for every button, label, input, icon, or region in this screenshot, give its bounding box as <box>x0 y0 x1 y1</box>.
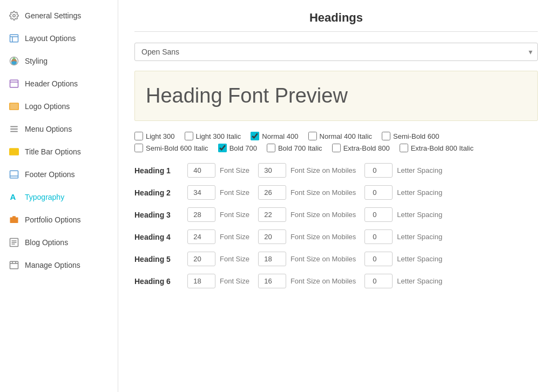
font-preview-box: Heading Font Preview <box>134 71 538 121</box>
heading-font-size-4[interactable] <box>187 229 215 244</box>
checkbox-light300[interactable]: Light 300 <box>134 132 175 140</box>
heading-letter-spacing-1[interactable] <box>364 163 393 178</box>
checkbox-semibold600italic[interactable]: Semi-Bold 600 Italic <box>134 144 208 152</box>
header-options-icon <box>9 78 19 89</box>
heading-font-size-2[interactable] <box>187 185 215 200</box>
checkbox-normal400[interactable]: Normal 400 <box>251 132 298 140</box>
heading-letter-spacing-6[interactable] <box>364 274 393 288</box>
portfolio-options-icon <box>9 214 19 225</box>
checkbox-input-bold700[interactable] <box>218 144 227 152</box>
checkbox-label-extrabold800: Extra-Bold 800 <box>343 144 390 152</box>
heading-letter-spacing-4[interactable] <box>364 229 393 244</box>
heading-font-size-5[interactable] <box>187 252 215 266</box>
checkbox-input-normal400[interactable] <box>251 132 259 140</box>
sidebar-item-manage-options[interactable]: Manage Options <box>0 254 118 276</box>
heading-font-size-1[interactable] <box>187 163 215 178</box>
checkbox-row-2: Semi-Bold 600 ItalicBold 700Bold 700 Ita… <box>134 144 538 152</box>
heading-mobile-size-2[interactable] <box>258 185 286 200</box>
heading-font-size-6[interactable] <box>187 274 215 288</box>
heading-letter-spacing-2[interactable] <box>364 185 393 200</box>
sidebar-item-typography[interactable]: ATypography <box>0 186 118 208</box>
heading-row-4: Heading 4Font SizeFont Size on MobilesLe… <box>134 229 538 244</box>
title-bar-options-icon <box>9 146 19 157</box>
mobile-size-label-2: Font Size on Mobiles <box>290 188 356 197</box>
sidebar-item-menu-options[interactable]: Menu Options <box>0 118 118 140</box>
sidebar-item-label-manage-options: Manage Options <box>25 261 80 269</box>
sidebar-item-portfolio-options[interactable]: Portfolio Options <box>0 208 118 231</box>
svg-rect-8 <box>10 104 18 110</box>
heading-letter-spacing-3[interactable] <box>364 207 393 222</box>
svg-rect-17 <box>12 216 16 218</box>
sidebar-item-footer-options[interactable]: Footer Options <box>0 163 118 186</box>
sidebar-item-label-footer-options: Footer Options <box>25 170 75 179</box>
sidebar-item-label-blog-options: Blog Options <box>25 238 68 247</box>
sidebar-item-label-header-options: Header Options <box>25 79 78 88</box>
checkbox-input-semibold600italic[interactable] <box>134 144 143 152</box>
mobile-size-label-6: Font Size on Mobiles <box>290 277 356 285</box>
checkbox-extrabold800[interactable]: Extra-Bold 800 <box>332 144 390 152</box>
sidebar-item-label-logo-options: Logo Options <box>25 102 70 111</box>
layout-options-icon <box>9 33 19 44</box>
manage-options-icon <box>9 260 19 271</box>
checkbox-normal400italic[interactable]: Normal 400 Italic <box>308 132 373 140</box>
checkbox-light300italic[interactable]: Light 300 Italic <box>185 132 241 140</box>
sidebar-item-label-portfolio-options: Portfolio Options <box>25 215 81 224</box>
footer-options-icon <box>9 169 19 180</box>
sidebar-item-styling[interactable]: Styling <box>0 50 118 72</box>
mobile-size-label-3: Font Size on Mobiles <box>290 211 356 219</box>
sidebar-item-label-layout-options: Layout Options <box>25 34 76 43</box>
headings-container: Heading 1Font SizeFont Size on MobilesLe… <box>134 163 538 288</box>
logo-options-icon <box>9 101 19 112</box>
sidebar-item-blog-options[interactable]: Blog Options <box>0 231 118 254</box>
checkbox-input-light300italic[interactable] <box>185 132 193 140</box>
checkbox-input-light300[interactable] <box>134 132 143 140</box>
sidebar-item-logo-options[interactable]: Logo Options <box>0 95 118 118</box>
heading-letter-spacing-5[interactable] <box>364 252 393 266</box>
svg-point-0 <box>13 15 16 17</box>
general-settings-icon <box>9 10 19 21</box>
checkbox-input-extrabold800[interactable] <box>332 144 341 152</box>
letter-spacing-label-2: Letter Spacing <box>397 188 442 197</box>
sidebar-item-label-title-bar-options: Title Bar Options <box>25 147 81 156</box>
sidebar-item-title-bar-options[interactable]: Title Bar Options <box>0 140 118 163</box>
svg-rect-5 <box>10 80 18 87</box>
heading-mobile-size-5[interactable] <box>258 252 286 266</box>
heading-mobile-size-4[interactable] <box>258 229 286 244</box>
sidebar-item-general-settings[interactable]: General Settings <box>0 4 118 27</box>
heading-font-size-3[interactable] <box>187 207 215 222</box>
font-size-label-5: Font Size <box>220 255 249 263</box>
checkbox-semibold600[interactable]: Semi-Bold 600 <box>382 132 439 140</box>
heading-label-4: Heading 4 <box>134 233 183 241</box>
sidebar-item-layout-options[interactable]: Layout Options <box>0 27 118 50</box>
font-select[interactable]: Open SansArialRobotoLatoMontserrat <box>134 43 538 61</box>
checkbox-extrabold800italic[interactable]: Extra-Bold 800 Italic <box>400 144 474 152</box>
heading-mobile-size-3[interactable] <box>258 207 286 222</box>
checkbox-input-bold700italic[interactable] <box>267 144 275 152</box>
checkbox-label-normal400italic: Normal 400 Italic <box>320 132 373 140</box>
font-size-label-3: Font Size <box>220 211 249 219</box>
letter-spacing-label-3: Letter Spacing <box>397 211 442 219</box>
sidebar-item-header-options[interactable]: Header Options <box>0 72 118 95</box>
letter-spacing-label-5: Letter Spacing <box>397 255 442 263</box>
svg-rect-22 <box>10 261 18 269</box>
checkbox-group: Light 300Light 300 ItalicNormal 400Norma… <box>134 132 538 152</box>
checkbox-input-semibold600[interactable] <box>382 132 390 140</box>
sidebar-item-label-styling: Styling <box>25 57 48 65</box>
font-preview-text: Heading Font Preview <box>146 84 526 107</box>
checkbox-input-normal400italic[interactable] <box>308 132 317 140</box>
sidebar: General SettingsLayout OptionsStylingHea… <box>0 0 118 392</box>
heading-mobile-size-1[interactable] <box>258 163 286 178</box>
checkbox-bold700[interactable]: Bold 700 <box>218 144 257 152</box>
font-size-label-2: Font Size <box>220 188 249 197</box>
checkbox-label-bold700italic: Bold 700 Italic <box>278 144 322 152</box>
heading-label-5: Heading 5 <box>134 255 183 263</box>
heading-mobile-size-6[interactable] <box>258 274 286 288</box>
mobile-size-label-5: Font Size on Mobiles <box>290 255 356 263</box>
checkbox-bold700italic[interactable]: Bold 700 Italic <box>267 144 322 152</box>
checkbox-input-extrabold800italic[interactable] <box>400 144 408 152</box>
heading-row-5: Heading 5Font SizeFont Size on MobilesLe… <box>134 252 538 266</box>
heading-label-6: Heading 6 <box>134 277 183 286</box>
heading-row-1: Heading 1Font SizeFont Size on MobilesLe… <box>134 163 538 178</box>
checkbox-row-1: Light 300Light 300 ItalicNormal 400Norma… <box>134 132 538 140</box>
heading-row-3: Heading 3Font SizeFont Size on MobilesLe… <box>134 207 538 222</box>
